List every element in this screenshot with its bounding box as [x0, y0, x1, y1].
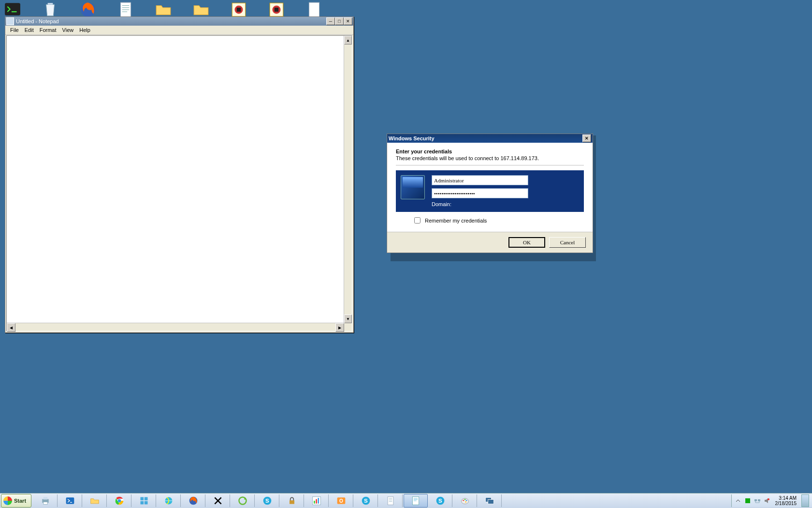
- scroll-left-button[interactable]: ◀: [7, 323, 15, 332]
- notepad-titlebar[interactable]: Untitled - Notepad ─ □ ✕: [5, 17, 353, 26]
- vertical-scrollbar[interactable]: ▲ ▼: [344, 36, 352, 323]
- desktop[interactable]: Untitled - Notepad ─ □ ✕ File Edit Forma…: [0, 0, 812, 493]
- taskbar-chrome-icon[interactable]: [108, 494, 131, 507]
- app-icon[interactable]: [228, 1, 249, 18]
- windows-logo-icon: [3, 496, 12, 505]
- folder-icon[interactable]: [153, 1, 174, 18]
- credentials-box: Domain:: [396, 170, 584, 212]
- tray-expand-icon[interactable]: [735, 497, 741, 504]
- menu-file[interactable]: File: [7, 27, 22, 33]
- menu-format[interactable]: Format: [37, 27, 59, 33]
- notepad-textarea[interactable]: ▲ ▼ ◀ ▶: [6, 35, 352, 331]
- taskbar-explorer-icon[interactable]: [83, 494, 107, 507]
- remember-label: Remember my credentials: [425, 218, 487, 224]
- taskbar: Start S O S S 3:14 AM 2/18/2015: [0, 493, 812, 508]
- text-file-icon[interactable]: [115, 1, 136, 18]
- svg-point-23: [239, 497, 246, 505]
- dialog-titlebar[interactable]: Windows Security ✕: [387, 134, 593, 143]
- terminal-icon[interactable]: [2, 1, 23, 18]
- menu-edit[interactable]: Edit: [22, 27, 37, 33]
- svg-rect-47: [754, 499, 757, 501]
- svg-rect-35: [388, 497, 393, 505]
- svg-rect-10: [309, 2, 319, 17]
- document-icon[interactable]: [304, 1, 325, 18]
- svg-text:S: S: [364, 497, 368, 504]
- taskbar-refresh-icon[interactable]: [231, 494, 255, 507]
- svg-point-49: [768, 498, 769, 500]
- svg-point-43: [465, 501, 466, 503]
- menu-view[interactable]: View: [59, 27, 77, 33]
- close-button[interactable]: ✕: [344, 17, 352, 25]
- notepad-menubar: File Edit Format View Help: [5, 26, 353, 35]
- tray-volume-icon[interactable]: [764, 497, 770, 504]
- tray-clock[interactable]: 3:14 AM 2/18/2015: [775, 495, 797, 506]
- start-label: Start: [14, 498, 26, 504]
- svg-rect-1: [48, 3, 53, 4]
- show-desktop-button[interactable]: [801, 494, 809, 507]
- svg-rect-9: [275, 8, 279, 12]
- desktop-icons-row: [2, 1, 325, 18]
- taskbar-settings-icon[interactable]: [132, 494, 156, 507]
- taskbar-outlook-icon[interactable]: O: [330, 494, 353, 507]
- username-field[interactable]: [432, 175, 528, 185]
- taskbar-x-icon[interactable]: [206, 494, 230, 507]
- firefox-icon[interactable]: [77, 1, 99, 18]
- taskbar-firefox-icon[interactable]: [182, 494, 205, 507]
- notepad-title: Untitled - Notepad: [16, 18, 326, 24]
- app-icon[interactable]: [266, 1, 287, 18]
- taskbar-chart-icon[interactable]: [305, 494, 329, 507]
- svg-rect-13: [44, 502, 47, 505]
- ok-button[interactable]: OK: [508, 237, 545, 248]
- tray-status-icon[interactable]: [744, 497, 751, 504]
- tray-date: 2/18/2015: [775, 501, 797, 506]
- svg-rect-6: [237, 8, 241, 12]
- taskbar-notepad-list-icon[interactable]: [379, 494, 403, 507]
- taskbar-ie-icon[interactable]: [157, 494, 181, 507]
- taskbar-paint-icon[interactable]: [453, 494, 477, 507]
- svg-rect-20: [145, 501, 148, 505]
- cancel-button[interactable]: Cancel: [549, 237, 586, 248]
- horizontal-scrollbar[interactable]: ◀ ▶: [7, 323, 344, 331]
- tray-network-icon[interactable]: [754, 497, 761, 504]
- domain-label: Domain:: [432, 201, 579, 207]
- notepad-app-icon: [6, 17, 14, 25]
- scroll-up-button[interactable]: ▲: [344, 36, 352, 45]
- svg-text:O: O: [339, 498, 343, 504]
- svg-rect-12: [44, 497, 47, 500]
- taskbar-lock-icon[interactable]: [280, 494, 304, 507]
- taskbar-printer-icon[interactable]: [34, 494, 58, 507]
- svg-rect-45: [488, 500, 494, 504]
- taskbar-powershell-icon[interactable]: [58, 494, 82, 507]
- taskbar-skype-icon[interactable]: S: [354, 494, 378, 507]
- dialog-footer: OK Cancel: [387, 232, 593, 253]
- notepad-window[interactable]: Untitled - Notepad ─ □ ✕ File Edit Forma…: [5, 16, 354, 333]
- dialog-heading: Enter your credentials: [396, 149, 584, 154]
- taskbar-skype-icon[interactable]: S: [256, 494, 279, 507]
- windows-security-dialog[interactable]: Windows Security ✕ Enter your credential…: [387, 134, 593, 253]
- start-button[interactable]: Start: [1, 494, 31, 508]
- svg-point-16: [118, 499, 121, 503]
- taskbar-notepad-button[interactable]: [404, 494, 428, 508]
- remember-checkbox[interactable]: [414, 217, 420, 224]
- close-button[interactable]: ✕: [582, 134, 591, 142]
- taskbar-rdp-icon[interactable]: [478, 494, 502, 507]
- resize-grip[interactable]: [344, 323, 352, 331]
- credential-user-icon: [401, 175, 425, 199]
- menu-help[interactable]: Help: [76, 27, 93, 33]
- recycle-bin-icon[interactable]: [40, 1, 61, 18]
- svg-rect-30: [318, 498, 319, 504]
- scroll-down-button[interactable]: ▼: [344, 314, 352, 323]
- svg-rect-28: [314, 501, 315, 504]
- taskbar-buttons: S O S S: [32, 493, 731, 508]
- folder-icon[interactable]: [190, 1, 212, 18]
- scroll-right-button[interactable]: ▶: [335, 323, 344, 332]
- taskbar-skype-icon[interactable]: S: [429, 494, 452, 507]
- dialog-title: Windows Security: [389, 135, 582, 141]
- svg-rect-0: [5, 3, 20, 15]
- svg-rect-19: [141, 501, 144, 505]
- svg-rect-18: [145, 497, 148, 501]
- maximize-button[interactable]: □: [335, 17, 344, 25]
- minimize-button[interactable]: ─: [326, 17, 335, 25]
- svg-rect-46: [745, 498, 750, 503]
- password-field[interactable]: [432, 188, 528, 198]
